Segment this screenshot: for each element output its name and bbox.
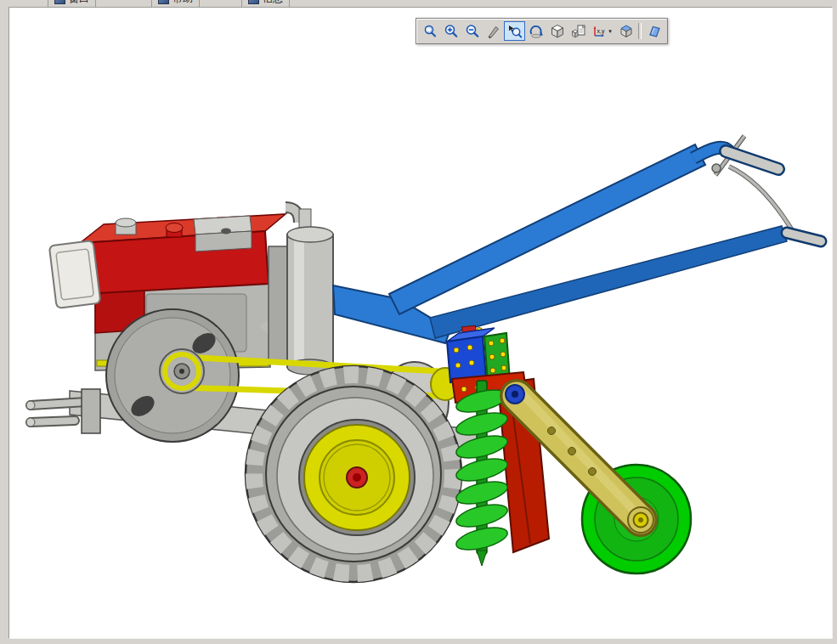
dropdown-caret-icon: ▾ xyxy=(608,28,612,34)
3d-viewport[interactable] xyxy=(8,7,833,639)
menu-item-icon xyxy=(54,0,65,4)
isometric-view-button[interactable] xyxy=(546,21,568,41)
zoom-out-button[interactable] xyxy=(461,21,483,41)
pan-icon xyxy=(507,24,523,39)
axes-display-button[interactable]: x,y ▾ xyxy=(589,21,615,41)
menu-item-window[interactable]: 窗口 xyxy=(48,0,96,7)
section-view-button[interactable] xyxy=(568,21,589,41)
isometric-view-icon xyxy=(550,24,565,39)
menu-item-label: 窗口 xyxy=(69,0,89,6)
zoom-window-icon xyxy=(422,24,438,39)
view-toolbar: x,y ▾ xyxy=(416,18,668,44)
zoom-out-icon xyxy=(465,24,480,39)
menu-item-icon xyxy=(158,0,169,4)
svg-text:x,y: x,y xyxy=(597,28,605,35)
rotate-view-button[interactable] xyxy=(525,21,546,41)
view-orientation-button[interactable] xyxy=(615,21,636,41)
menu-item-label: 帮助 xyxy=(172,0,193,6)
menu-item-help[interactable]: 帮助 xyxy=(151,0,200,7)
pan-button[interactable] xyxy=(504,21,525,41)
zoom-dynamic-icon xyxy=(486,24,501,39)
menu-item-icon xyxy=(248,0,259,4)
zoom-dynamic-button[interactable] xyxy=(483,21,504,41)
zoom-window-button[interactable] xyxy=(419,21,440,41)
shaded-display-button[interactable] xyxy=(643,21,665,41)
zoom-in-icon xyxy=(444,24,459,39)
view-orientation-icon xyxy=(619,24,634,39)
menu-item-label: 信息 xyxy=(263,0,283,6)
shaded-display-icon xyxy=(647,24,662,39)
rotate-view-icon xyxy=(529,24,544,39)
toolbar-separator xyxy=(638,23,642,39)
zoom-in-button[interactable] xyxy=(440,21,461,41)
menu-item-info[interactable]: 信息 xyxy=(241,0,290,7)
section-view-icon xyxy=(571,24,586,39)
cad-application-window: 窗口 帮助 信息 xyxy=(0,0,837,644)
axes-display-icon: x,y xyxy=(592,24,608,39)
menu-strip: 窗口 帮助 信息 xyxy=(0,0,837,7)
